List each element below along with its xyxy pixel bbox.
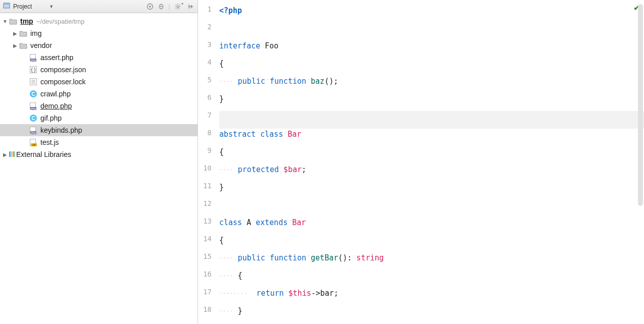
c-icon: C: [29, 114, 37, 122]
code-line[interactable]: }: [219, 182, 644, 199]
gear-icon[interactable]: ▾: [174, 3, 183, 10]
tree-root[interactable]: ▼tmp~/dev/spatie/tmp: [0, 15, 197, 27]
chevron-down-icon: ▼: [49, 4, 54, 9]
collapse-icon[interactable]: [158, 3, 165, 10]
tree-item-label: demo.php: [40, 102, 72, 110]
gutter-line-number: 2: [198, 23, 219, 40]
gutter-line-number: 3: [198, 40, 219, 58]
gutter-line-number: 1: [198, 5, 219, 23]
tree-item-label: gif.php: [40, 114, 62, 122]
project-sidebar: Project ▼ | ▾ ▼tmp~/dev/spatie/tmp▶img▶v…: [0, 0, 198, 324]
tree-item-composer-lock[interactable]: composer.lock: [0, 76, 197, 88]
tree-item-vendor[interactable]: ▶vendor: [0, 39, 197, 51]
folder-icon: [19, 41, 27, 49]
tree-item-crawl-php[interactable]: Ccrawl.php: [0, 88, 197, 100]
gutter-line-number: 12: [198, 199, 219, 217]
gutter-line-number: 18: [198, 305, 219, 323]
code-editor: 123456789101112131415161718 <?phpinterfa…: [198, 0, 644, 324]
gutter-line-number: 9: [198, 146, 219, 164]
tree-item-test-js[interactable]: JStest.js: [0, 136, 197, 148]
svg-line-10: [176, 4, 176, 5]
code-line[interactable]: ····{: [219, 270, 644, 288]
gutter-line-number: 8: [198, 129, 219, 146]
svg-point-3: [149, 6, 151, 8]
tree-item-demo-php[interactable]: phpdemo.php: [0, 100, 197, 112]
gutter-line-number: 14: [198, 235, 219, 252]
code-line[interactable]: {: [219, 58, 644, 76]
code-line[interactable]: ····public ·function ·baz();: [219, 76, 644, 93]
svg-rect-1: [4, 3, 10, 5]
scrollbar-thumb[interactable]: [638, 4, 643, 206]
code-line[interactable]: abstract ·class ·Bar: [219, 129, 644, 146]
svg-text:{}: {}: [30, 67, 36, 73]
svg-point-5: [177, 6, 179, 8]
project-tree: ▼tmp~/dev/spatie/tmp▶img▶vendorphpassert…: [0, 13, 197, 324]
svg-text:JS: JS: [32, 143, 35, 146]
svg-rect-38: [13, 151, 15, 157]
tree-root-path: ~/dev/spatie/tmp: [36, 18, 85, 25]
tree-item-assert-php[interactable]: phpassert.php: [0, 51, 197, 64]
divider: |: [169, 3, 170, 10]
code-line[interactable]: }: [219, 93, 644, 111]
code-line[interactable]: ····protected ·$bar;: [219, 164, 644, 182]
code-line[interactable]: <?php: [219, 5, 644, 23]
code-line[interactable]: class ·A ·extends ·Bar: [219, 217, 644, 235]
expand-icon[interactable]: ▶: [12, 31, 18, 36]
project-icon: [3, 2, 10, 11]
external-libraries-label: External Libraries: [16, 150, 71, 158]
code-line[interactable]: {: [219, 146, 644, 164]
tree-item-img[interactable]: ▶img: [0, 27, 197, 39]
sidebar-header: Project ▼ | ▾: [0, 0, 197, 13]
hide-icon[interactable]: [187, 3, 194, 10]
tree-item-label: img: [30, 29, 42, 37]
code-line[interactable]: ····}: [219, 305, 644, 323]
code-line[interactable]: {: [219, 235, 644, 252]
external-libraries[interactable]: ▶External Libraries: [0, 148, 197, 160]
gutter-line-number: 10: [198, 164, 219, 182]
tree-item-gif-php[interactable]: Cgif.php: [0, 112, 197, 124]
gutter-line-number: 17: [198, 288, 219, 305]
svg-rect-36: [9, 151, 11, 157]
tree-item-label: composer.lock: [40, 78, 85, 86]
code-line[interactable]: [219, 111, 644, 129]
tree-root-name: tmp: [20, 17, 33, 25]
svg-line-12: [176, 8, 176, 8]
svg-text:php: php: [31, 107, 36, 110]
library-icon: [8, 150, 16, 159]
c-icon: C: [29, 90, 37, 98]
gutter: 123456789101112131415161718: [198, 0, 219, 324]
gutter-line-number: 6: [198, 93, 219, 111]
tree-item-label: test.js: [40, 138, 59, 146]
svg-text:php: php: [31, 59, 36, 62]
expand-icon[interactable]: ▼: [2, 19, 8, 24]
svg-text:C: C: [31, 91, 35, 97]
svg-text:php: php: [31, 131, 36, 134]
svg-line-11: [179, 8, 180, 8]
tree-item-label: composer.json: [40, 66, 86, 74]
expand-icon[interactable]: ▶: [2, 152, 8, 157]
project-view-selector[interactable]: Project ▼: [3, 2, 54, 11]
code-line[interactable]: interface ·Foo: [219, 40, 644, 58]
php-icon: php: [29, 53, 37, 62]
tree-item-label: vendor: [30, 41, 52, 49]
lock-icon: [29, 78, 37, 86]
code-area[interactable]: <?phpinterface ·Foo{····public ·function…: [219, 0, 644, 324]
gutter-line-number: 11: [198, 182, 219, 199]
code-line[interactable]: [219, 199, 644, 217]
svg-text:C: C: [31, 116, 35, 121]
php-icon: php: [29, 126, 37, 134]
svg-rect-37: [11, 151, 13, 157]
expand-icon[interactable]: ▶: [12, 43, 18, 48]
json-icon: {}: [29, 66, 37, 74]
tree-item-composer-json[interactable]: {}composer.json: [0, 64, 197, 76]
tree-item-keybinds-php[interactable]: phpkeybinds.php: [0, 124, 197, 136]
code-line[interactable]: ····public ·function ·getBar(): ·string: [219, 252, 644, 270]
code-line[interactable]: ········return ·$this->bar;: [219, 288, 644, 305]
tree-item-label: assert.php: [40, 53, 73, 62]
project-view-label: Project: [13, 3, 32, 10]
tree-item-label: crawl.php: [40, 90, 71, 98]
code-line[interactable]: [219, 23, 644, 40]
gutter-line-number: 16: [198, 270, 219, 288]
target-icon[interactable]: [146, 3, 154, 10]
folder-icon: [9, 17, 17, 25]
